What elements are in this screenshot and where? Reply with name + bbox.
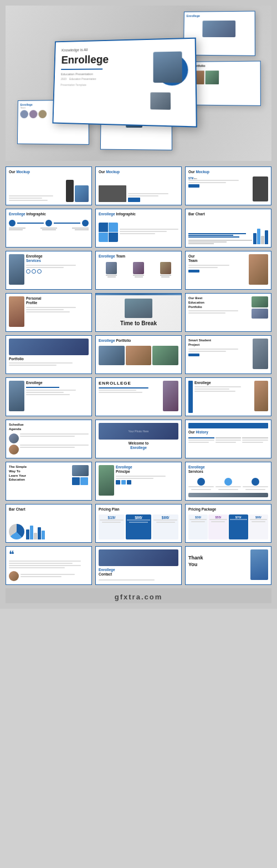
slide-title-pricing-plan: Pricing Plan (99, 507, 178, 512)
slide-smart-student[interactable]: Smart StudentProject (185, 335, 271, 374)
row-agenda-welcome: SchedlueAgenda (6, 420, 271, 458)
slide-our-mockup-1[interactable]: Our Mockup (6, 166, 92, 205)
row-portfolio: Portfolio Enrollege Portfolio S (6, 335, 271, 374)
slide-services-1[interactable]: EnrollegeServices (6, 251, 92, 290)
slide-title-break: Time to Break (120, 320, 157, 327)
slide-time-to-break[interactable]: Time to Break (95, 293, 182, 332)
slide-thank-you[interactable]: ThankYou (185, 546, 271, 585)
slide-portfolio-1[interactable]: Portfolio (6, 335, 92, 374)
slide-agenda[interactable]: SchedlueAgenda (6, 420, 92, 458)
slide-infographic-2[interactable]: Enrollege Infographic (95, 209, 182, 248)
slide-pricing-package[interactable]: Pricing Package $30/ $55/ $70/ (185, 504, 271, 543)
slide-best-portfolio[interactable]: Our BestEducationPortfolio (185, 293, 271, 332)
slide-infographic-1[interactable]: Enrollege Infographic (6, 209, 92, 248)
slide-services-2[interactable]: EnrollegeServices (185, 462, 271, 501)
slide-title-smart-student: Smart StudentProject (188, 339, 251, 347)
slide-welcome[interactable]: Your Photo Here Welcome toEnrollege (95, 420, 182, 458)
price-1: $19/ (108, 516, 116, 519)
slide-title-thank-you: ThankYou (188, 555, 249, 568)
hero-section: Knowledge is All Enrollege Education Pre… (6, 6, 271, 161)
bottom-watermark: gfxtra.com (6, 593, 271, 601)
quote-icon: ❝ (9, 549, 89, 559)
slide-our-mockup-2[interactable]: Our Mockup (95, 166, 182, 205)
slide-our-mockup-3[interactable]: Our Mockup $79/mo (185, 166, 271, 205)
slide-our-team[interactable]: OurTeam (185, 251, 271, 290)
slide-history[interactable]: Our History (185, 420, 271, 458)
slide-title-principe: EnrollegePrincipe (116, 465, 178, 475)
slide-title-infographic1: Enrollege Infographic (9, 212, 89, 216)
hero-tag1: Knowledge is All (61, 47, 142, 52)
slide-title-enrollege-blue: Enrollege (194, 381, 253, 385)
slide-title-portfolio1: Portfolio (9, 357, 89, 361)
price-3: $86/ (162, 516, 170, 519)
slide-title-team1: Enrollege Team (99, 254, 178, 259)
page-wrapper: Knowledge is All Enrollege Education Pre… (0, 0, 277, 609)
slide-enrollege-portfolio[interactable]: Enrollege Portfolio (95, 335, 182, 374)
slide-title-services1: EnrollegeServices (26, 254, 89, 264)
slide-principe[interactable]: EnrollegePrincipe (95, 462, 182, 501)
slide-simple-way[interactable]: The SimpleWay ToLearn YourEducation (6, 462, 92, 501)
slide-title-mockup3: Our Mockup (188, 170, 268, 174)
slide-title-barchart1: Bar Chart (188, 212, 268, 216)
slide-title-mockup2: Our Mockup (99, 170, 178, 174)
row-profile-break: PersonalProfile Time to Break (6, 293, 271, 332)
slide-title-enrollege-caps: ENROLLEGE (99, 381, 161, 386)
slide-enrollege-caps[interactable]: ENROLLEGE (95, 377, 182, 416)
row-services-team: EnrollegeServices Enrollege Team (6, 251, 271, 290)
row-infographic: Enrollege Infographic (6, 209, 271, 248)
hero-title: Enrollege (61, 53, 142, 66)
slide-title-best-portfolio: Our BestEducationPortfolio (188, 296, 250, 309)
price-2: $86/ (135, 516, 142, 519)
row-simple-principe: The SimpleWay ToLearn YourEducation (6, 462, 271, 501)
slide-title-mockup1: Our Mockup (9, 170, 89, 174)
row-charts-pricing: Bar Chart Pricing Plan (6, 504, 271, 543)
bottom-bar: gfxtra.com (6, 588, 271, 603)
row-quote-contact-thankyou: ❝ EnrollegeContact (6, 546, 271, 585)
slide-title-simple-way: The SimpleWay ToLearn YourEducation (9, 465, 70, 482)
slide-title-our-team: OurTeam (188, 254, 247, 264)
slide-title-profile: PersonalProfile (26, 296, 89, 306)
slide-quote[interactable]: ❝ (6, 546, 92, 585)
slide-title-enrollege-portfolio: Enrollege Portfolio (99, 339, 178, 343)
slide-title-pricing-package: Pricing Package (188, 507, 268, 512)
slide-barchart-2[interactable]: Bar Chart (6, 504, 92, 543)
slide-team-1[interactable]: Enrollege Team (95, 251, 182, 290)
slide-enrollege-photo[interactable]: Enrollege (6, 377, 92, 416)
row-mockup: Our Mockup Our Mockup (6, 166, 271, 205)
slide-title-history: Our History (188, 430, 268, 435)
hero-subtitle: Education Presentation (61, 72, 142, 76)
slide-title-barchart2: Bar Chart (9, 507, 89, 512)
slide-pricing-plan[interactable]: Pricing Plan $19/ $86/ $86/ (95, 504, 182, 543)
slide-title-welcome: Welcome toEnrollege (99, 441, 178, 451)
row-enrollege-titles: Enrollege ENROLLEGE (6, 377, 271, 416)
slide-personal-profile[interactable]: PersonalProfile (6, 293, 92, 332)
slide-contact[interactable]: EnrollegeContact (95, 546, 182, 585)
hero-slide-mr[interactable]: Portfolio (189, 61, 261, 106)
slide-enrollege-blue[interactable]: Enrollege (185, 377, 271, 416)
slide-title-enrollege-photo: Enrollege (26, 381, 89, 385)
slide-title-services2: EnrollegeServices (188, 465, 268, 475)
slide-title-infographic2: Enrollege Infographic (99, 212, 178, 216)
hero-main-slide[interactable]: Knowledge is All Enrollege Education Pre… (53, 38, 197, 128)
slide-title-contact: EnrollegeContact (99, 568, 178, 577)
slide-barchart-1[interactable]: Bar Chart (185, 209, 271, 248)
slide-title-agenda: SchedlueAgenda (9, 423, 89, 432)
